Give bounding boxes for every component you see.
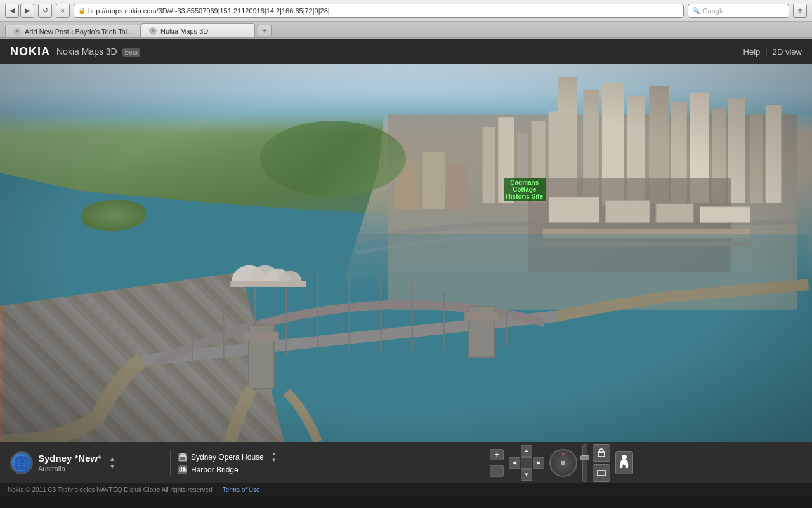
- map-scene: Cadmans Cottage Historic Site: [0, 64, 812, 442]
- tab-2-close[interactable]: ✕: [149, 27, 157, 35]
- nav-se: [533, 469, 544, 481]
- poi-1-label: Sydney Opera House: [191, 453, 264, 462]
- toolbar-divider-2: [313, 450, 313, 476]
- svg-rect-31: [3, 234, 808, 442]
- svg-rect-20: [549, 197, 599, 223]
- poi-icon-2: [178, 465, 187, 474]
- nav-north-button[interactable]: ▲: [521, 445, 532, 457]
- nav-west-button[interactable]: ◀: [509, 457, 520, 469]
- forward-button[interactable]: ▶: [20, 4, 34, 18]
- toolbar-divider-1: [170, 450, 171, 476]
- globe-svg: [13, 454, 30, 472]
- nokia-logo-area: NOKIA Nokia Maps 3D Beta: [10, 45, 140, 58]
- nav-bar: ◀ ▶ ↺ ✕ 🔒 http://maps.nokia.com/3D/#|-33…: [0, 0, 812, 22]
- svg-rect-51: [180, 456, 186, 460]
- header-divider: |: [765, 47, 767, 57]
- cadmans-label: Cadmans Cottage Historic Site: [504, 178, 546, 201]
- svg-rect-55: [181, 467, 182, 471]
- stop-button[interactable]: ✕: [56, 4, 70, 18]
- svg-rect-22: [656, 204, 694, 223]
- svg-rect-46: [464, 312, 499, 321]
- tab-bar: ✕ Add New Post ‹ Boydo's Tech Tal... ✕ N…: [0, 22, 812, 38]
- reload-button[interactable]: ↺: [38, 4, 52, 18]
- map-container[interactable]: Cadmans Cottage Historic Site: [0, 64, 812, 442]
- svg-rect-44: [244, 331, 279, 341]
- zoom-controls: + −: [490, 449, 504, 477]
- nav-sw: [509, 469, 520, 481]
- view-switch-buttons: [593, 444, 610, 482]
- nav-cross: ▲ ◀ ▶ ▼: [509, 445, 544, 481]
- tilt-track-thumb[interactable]: [580, 455, 589, 460]
- browser-chrome: ◀ ▶ ↺ ✕ 🔒 http://maps.nokia.com/3D/#|-33…: [0, 0, 812, 39]
- tilt-zoom-track: [582, 444, 587, 482]
- search-placeholder: Google: [702, 7, 724, 15]
- location-down-arrow[interactable]: ▼: [109, 464, 115, 470]
- nav-ne: [533, 445, 544, 457]
- aspect-ratio-button[interactable]: [593, 464, 610, 482]
- new-tab-button[interactable]: +: [258, 25, 272, 36]
- center-controls: + − ▲ ◀ ▶ ▼: [490, 444, 633, 482]
- url-text: http://maps.nokia.com/3D/#|-33.85507069|…: [88, 7, 330, 15]
- 2d-view-link[interactable]: 2D view: [773, 47, 802, 57]
- status-bar: Nokia © 2011 C3 Technologies NAVTEQ Digi…: [0, 483, 812, 496]
- copyright-text: Nokia © 2011 C3 Technologies NAVTEQ Digi…: [8, 486, 213, 493]
- header-links: Help | 2D view: [743, 47, 802, 57]
- back-button[interactable]: ◀: [5, 4, 19, 18]
- address-bar[interactable]: 🔒 http://maps.nokia.com/3D/#|-33.8550706…: [74, 4, 684, 18]
- tab-2-label: Nokia Maps 3D: [160, 27, 208, 35]
- location-up-arrow[interactable]: ▲: [109, 456, 115, 462]
- svg-rect-52: [181, 454, 185, 456]
- street-view-button[interactable]: [615, 451, 633, 474]
- nav-east-button[interactable]: ▶: [533, 457, 544, 469]
- tilt-track-body[interactable]: [582, 444, 587, 482]
- poi-item-1: Sydney Opera House ▲ ▼: [178, 451, 305, 463]
- location-section: Sydney *New* Australia ▲ ▼: [10, 451, 162, 474]
- svg-rect-57: [598, 452, 605, 457]
- nav-center-button[interactable]: [521, 457, 532, 469]
- svg-rect-23: [700, 207, 750, 223]
- search-bar[interactable]: 🔍 Google: [688, 4, 789, 18]
- app-title: Nokia Maps 3D Beta: [56, 46, 140, 57]
- nav-south-button[interactable]: ▼: [521, 469, 532, 481]
- search-icon: 🔍: [692, 7, 700, 14]
- poi-1-arrows: ▲ ▼: [272, 451, 277, 463]
- compass-control[interactable]: [549, 449, 577, 477]
- poi-2-label: Harbor Bridge: [191, 465, 239, 474]
- svg-point-59: [622, 455, 627, 460]
- tab-1-close[interactable]: ✕: [13, 28, 21, 36]
- zoom-in-button[interactable]: +: [490, 449, 504, 460]
- tab-1-label: Add New Post ‹ Boydo's Tech Tal...: [25, 28, 133, 36]
- svg-rect-56: [183, 467, 185, 471]
- location-name: Sydney *New*: [38, 453, 102, 464]
- svg-rect-54: [180, 469, 186, 471]
- zoom-out-button[interactable]: −: [490, 465, 504, 477]
- location-info: Sydney *New* Australia: [38, 453, 102, 472]
- svg-rect-12: [482, 127, 495, 203]
- help-link[interactable]: Help: [743, 47, 761, 57]
- island: [81, 200, 146, 231]
- svg-rect-30: [230, 281, 306, 287]
- ssl-icon: 🔒: [78, 7, 86, 14]
- opera-house-svg: [219, 250, 317, 288]
- extensions-button[interactable]: ⚙: [793, 4, 807, 18]
- poi-item-2: Harbor Bridge: [178, 465, 305, 474]
- poi-1-up[interactable]: ▲: [272, 451, 277, 457]
- svg-rect-58: [598, 471, 605, 476]
- lock-view-button[interactable]: [593, 444, 610, 462]
- nokia-wordmark: NOKIA: [10, 45, 50, 58]
- bottom-toolbar: Sydney *New* Australia ▲ ▼ Sydney Opera …: [0, 442, 812, 483]
- nav-nw: [509, 445, 520, 457]
- poi-section: Sydney Opera House ▲ ▼ Harbor Bridge: [178, 451, 305, 474]
- location-country: Australia: [38, 465, 102, 472]
- app-header: NOKIA Nokia Maps 3D Beta Help | 2D view: [0, 39, 812, 64]
- poi-icon-1: [178, 453, 187, 462]
- svg-rect-21: [606, 201, 650, 223]
- svg-rect-18: [422, 152, 445, 209]
- poi-1-down[interactable]: ▼: [272, 457, 277, 463]
- bridge-scene-svg: [0, 234, 812, 442]
- location-globe-icon: [10, 451, 33, 474]
- terms-link[interactable]: Terms of Use: [223, 486, 260, 493]
- parkland: [260, 121, 406, 196]
- tab-1[interactable]: ✕ Add New Post ‹ Boydo's Tech Tal...: [5, 25, 141, 37]
- tab-2[interactable]: ✕ Nokia Maps 3D: [141, 23, 255, 37]
